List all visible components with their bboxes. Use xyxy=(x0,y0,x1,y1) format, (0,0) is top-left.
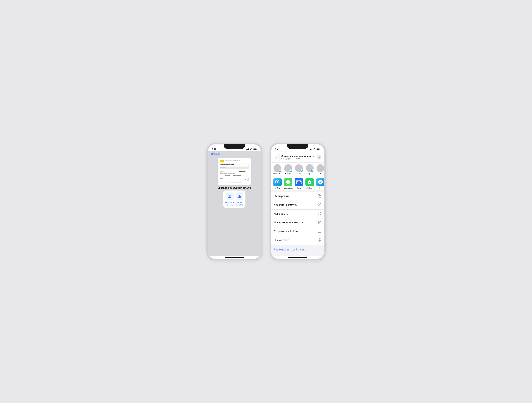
app-mail[interactable]: Почта xyxy=(295,178,303,189)
doc-field-reg: Адрес регистрации: xyxy=(220,168,249,169)
notch-1 xyxy=(224,144,245,149)
action-quick-note[interactable]: Новая короткая заметка xyxy=(271,218,324,227)
edit-actions-link[interactable]: Редактировать действия... xyxy=(271,246,324,253)
telegram-badge-margarita xyxy=(279,170,281,172)
airdrop-label: AirDrop xyxy=(275,187,280,189)
contact-name-mama: Мама xyxy=(297,173,301,175)
doc-header: Т БАНК АКЦИОНЕРНОЕ ОБЩЕСТВО «ТИНЬКОФФ БА… xyxy=(220,160,249,163)
signal-icon xyxy=(247,148,249,150)
telegram-badge-ilya xyxy=(311,170,314,172)
messages-label: Сообщения xyxy=(284,187,292,189)
svg-rect-5 xyxy=(253,149,256,150)
contact-name-margarita: Маргарита xyxy=(273,173,281,175)
time-2: 9:41 xyxy=(275,148,279,151)
share-close-button[interactable]: ✕ xyxy=(317,155,321,159)
doc-body: АО «Тинькофф Банк», универсальная лиценз… xyxy=(220,170,249,174)
share-doc-meta: PDF-документ · 100 КБ xyxy=(281,157,315,159)
svg-rect-1 xyxy=(247,149,247,150)
svg-rect-21 xyxy=(297,180,301,184)
svg-rect-0 xyxy=(247,149,247,150)
svg-rect-25 xyxy=(319,214,321,215)
contact-avatar-mama xyxy=(295,164,303,172)
signal-icon-2 xyxy=(310,148,312,150)
svg-rect-11 xyxy=(311,149,311,150)
svg-point-28 xyxy=(319,239,320,240)
action-list-group-1: Скопировать Добавить разметку xyxy=(271,192,324,245)
share-doc-details: Справка о доступном остатке PDF-документ… xyxy=(281,155,315,159)
app-messages[interactable]: Сообщения xyxy=(284,178,292,189)
signature-block: С уважением, Руководитель, Управляющий В… xyxy=(220,178,230,181)
wifi-icon xyxy=(250,148,253,151)
action-save-files[interactable]: Сохранить в Файлы xyxy=(271,227,324,236)
mail-icon xyxy=(295,178,303,186)
svg-text:БАНК: БАНК xyxy=(247,179,248,180)
contact-avatar-margarita xyxy=(273,164,281,172)
whatsapp-label: WhatsApp xyxy=(306,187,313,189)
other-ways-icon-wrap xyxy=(235,192,243,200)
action-print-label: Напечатать xyxy=(274,212,288,215)
send-email-button[interactable]: Отправить на e-mail xyxy=(225,192,234,206)
svg-rect-9 xyxy=(310,149,310,150)
contact-ilya[interactable]: Ilya xyxy=(305,164,314,175)
share-header: Справка о доступном остатке PDF-документ… xyxy=(271,151,324,163)
apps-row: AirDrop Сообщения Почта xyxy=(271,176,324,191)
app-telegram-partial[interactable]: Te... xyxy=(316,178,324,189)
svg-rect-10 xyxy=(310,149,311,150)
phone-1: 9:41 Закрыть xyxy=(207,143,262,260)
send-email-icon-wrap xyxy=(226,192,234,200)
status-icons-1 xyxy=(247,148,257,151)
mail-self-icon xyxy=(318,238,321,242)
notch-2 xyxy=(287,144,308,149)
print-icon xyxy=(318,212,321,216)
markup-icon xyxy=(318,203,321,207)
document-page-title: Справка о доступном остатке xyxy=(218,187,251,189)
tbank-logo: Т БАНК xyxy=(220,160,224,163)
app-whatsapp[interactable]: WhatsApp xyxy=(305,178,314,189)
action-mail-self[interactable]: Письмо себе xyxy=(271,236,324,245)
battery-icon-2 xyxy=(317,148,320,151)
airdrop-icon xyxy=(273,178,282,186)
doc-separator-1 xyxy=(220,163,249,164)
svg-point-20 xyxy=(277,181,278,181)
contact-margarita[interactable]: Маргарита xyxy=(273,164,282,175)
whatsapp-icon xyxy=(305,178,314,186)
quick-note-icon xyxy=(318,220,321,225)
document-preview: Т БАНК АКЦИОНЕРНОЕ ОБЩЕСТВО «ТИНЬКОФФ БА… xyxy=(218,158,251,185)
contact-mama[interactable]: Мама xyxy=(295,164,303,175)
contact-h[interactable]: Н xyxy=(316,164,324,175)
action-markup-label: Добавить разметку xyxy=(274,203,297,207)
contacts-row: Маргарита Наташа xyxy=(271,163,324,176)
other-ways-label: Другим способом xyxy=(235,201,243,206)
svg-rect-2 xyxy=(248,149,248,150)
telegram-badge-mama xyxy=(300,170,303,172)
telegram-partial-label: Te... xyxy=(319,187,322,189)
doc-bank-info: АКЦИОНЕРНОЕ ОБЩЕСТВО «ТИНЬКОФФ БАНК» РОС… xyxy=(225,160,240,162)
action-mail-self-label: Письмо себе xyxy=(274,239,290,242)
telegram-badge-natasha xyxy=(290,170,292,172)
save-files-icon xyxy=(318,229,321,234)
app-airdrop[interactable]: AirDrop xyxy=(273,178,282,189)
phone1-topbar: Закрыть xyxy=(208,151,261,157)
contact-avatar-ilya xyxy=(306,164,314,172)
action-copy[interactable]: Скопировать xyxy=(271,192,324,201)
doc-preview-title: Справка о доступном остатке xyxy=(220,164,249,165)
close-button[interactable]: Закрыть xyxy=(211,153,221,156)
action-buttons-card: Отправить на e-mail Другим способом xyxy=(223,190,246,208)
action-copy-label: Скопировать xyxy=(274,195,290,198)
home-indicator-2 xyxy=(288,257,307,258)
other-ways-button[interactable]: Другим способом xyxy=(235,192,243,206)
wifi-icon-2 xyxy=(313,148,316,151)
svg-rect-14 xyxy=(317,149,319,150)
home-indicator-1 xyxy=(225,257,244,258)
battery-icon xyxy=(253,148,257,151)
time-1: 9:41 xyxy=(212,148,216,151)
phone-2: 9:41 xyxy=(270,143,325,260)
svg-rect-12 xyxy=(312,148,312,150)
send-email-icon xyxy=(228,195,231,198)
action-print[interactable]: Напечатать xyxy=(271,210,324,218)
action-markup[interactable]: Добавить разметку xyxy=(271,201,324,210)
contact-avatar-h xyxy=(317,164,324,172)
share-doc-title: Справка о доступном остатке xyxy=(281,155,315,157)
contact-natasha[interactable]: Наташа xyxy=(284,164,292,175)
doc-footer: С уважением, Руководитель, Управляющий В… xyxy=(220,178,249,181)
